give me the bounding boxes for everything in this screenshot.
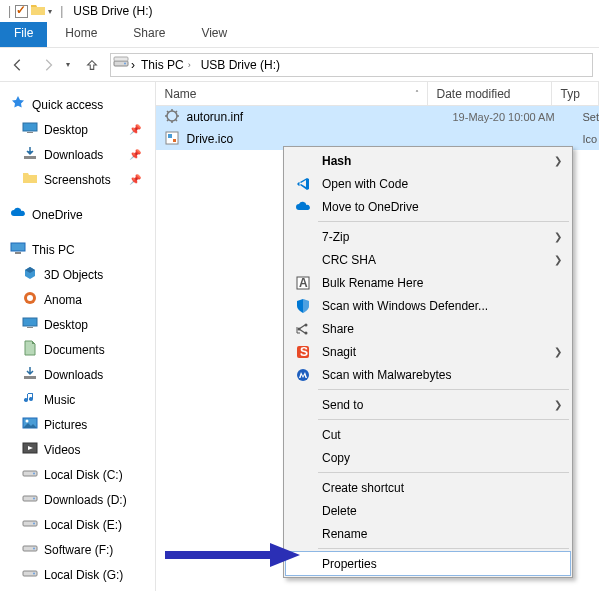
nav-music-label: Music bbox=[44, 393, 75, 407]
submenu-arrow-icon: ❯ bbox=[554, 399, 562, 410]
nav-downloads2[interactable]: Downloads bbox=[6, 362, 155, 387]
ctx-create-shortcut[interactable]: Create shortcut bbox=[286, 476, 570, 499]
navigation-bar: ▾ › This PC› USB Drive (H:) bbox=[0, 48, 599, 82]
nav-quick-access[interactable]: Quick access bbox=[6, 92, 155, 117]
back-button[interactable] bbox=[6, 53, 30, 77]
anoma-icon bbox=[22, 290, 38, 309]
submenu-arrow-icon: ❯ bbox=[554, 155, 562, 166]
svg-point-27 bbox=[33, 573, 35, 575]
nav-disk-f[interactable]: Software (F:) bbox=[6, 537, 155, 562]
ctx-snagit[interactable]: SSnagit❯ bbox=[286, 340, 570, 363]
breadcrumb-drive[interactable]: USB Drive (H:) bbox=[197, 58, 284, 72]
forward-button[interactable] bbox=[36, 53, 60, 77]
nav-desktop[interactable]: Desktop📌 bbox=[6, 117, 155, 142]
svg-rect-14 bbox=[24, 376, 36, 379]
nav-music[interactable]: Music bbox=[6, 387, 155, 412]
ctx-bulk-rename[interactable]: ABulk Rename Here bbox=[286, 271, 570, 294]
nav-screenshots[interactable]: Screenshots📌 bbox=[6, 167, 155, 192]
tab-view[interactable]: View bbox=[183, 22, 245, 47]
svg-rect-8 bbox=[11, 243, 25, 251]
menu-separator bbox=[318, 548, 569, 549]
nav-onedrive[interactable]: OneDrive bbox=[6, 202, 155, 227]
file-type: Ico bbox=[582, 133, 597, 145]
column-date-label: Date modified bbox=[436, 87, 510, 101]
ctx-onedrive-label: Move to OneDrive bbox=[322, 200, 419, 214]
ctx-send-to[interactable]: Send to❯ bbox=[286, 393, 570, 416]
svg-rect-4 bbox=[114, 57, 128, 61]
annotation-arrow bbox=[160, 540, 300, 573]
ctx-cut[interactable]: Cut bbox=[286, 423, 570, 446]
file-name: autorun.inf bbox=[186, 110, 446, 124]
nav-documents[interactable]: Documents bbox=[6, 337, 155, 362]
breadcrumb-drive-label: USB Drive (H:) bbox=[201, 58, 280, 72]
svg-rect-5 bbox=[23, 123, 37, 131]
column-name-label: Name bbox=[164, 87, 196, 101]
svg-point-3 bbox=[124, 63, 126, 65]
svg-rect-31 bbox=[173, 139, 176, 142]
breadcrumb-root-chevron[interactable]: › bbox=[131, 58, 135, 72]
shield-icon bbox=[294, 297, 312, 315]
file-name: Drive.ico bbox=[186, 132, 446, 146]
nav-disk-g[interactable]: Local Disk (G:) bbox=[6, 562, 155, 587]
sort-indicator-icon: ˄ bbox=[415, 89, 419, 98]
nav-desktop2[interactable]: Desktop bbox=[6, 312, 155, 337]
title-bar: | ▾ | USB Drive (H:) bbox=[0, 0, 599, 22]
column-type[interactable]: Typ bbox=[552, 82, 599, 105]
ctx-defender[interactable]: Scan with Windows Defender... bbox=[286, 294, 570, 317]
ctx-hash[interactable]: Hash❯ bbox=[286, 149, 570, 172]
breadcrumb-this-pc[interactable]: This PC› bbox=[137, 58, 195, 72]
history-dropdown[interactable]: ▾ bbox=[66, 60, 74, 69]
svg-rect-30 bbox=[168, 134, 172, 138]
ctx-open-code-label: Open with Code bbox=[322, 177, 408, 191]
nav-disk-d[interactable]: Downloads (D:) bbox=[6, 487, 155, 512]
ctx-bulk-label: Bulk Rename Here bbox=[322, 276, 423, 290]
menu-separator bbox=[318, 472, 569, 473]
drive-icon bbox=[22, 490, 38, 509]
tab-share[interactable]: Share bbox=[115, 22, 183, 47]
ctx-7zip[interactable]: 7-Zip❯ bbox=[286, 225, 570, 248]
qat-dropdown[interactable]: ▾ bbox=[48, 7, 56, 16]
ctx-7zip-label: 7-Zip bbox=[322, 230, 349, 244]
column-date[interactable]: Date modified bbox=[428, 82, 552, 105]
nav-downloads2-label: Downloads bbox=[44, 368, 103, 382]
nav-disk-e[interactable]: Local Disk (E:) bbox=[6, 512, 155, 537]
music-icon bbox=[22, 390, 38, 409]
qat-checkbox[interactable] bbox=[15, 5, 28, 18]
qat-separator-2: | bbox=[58, 4, 65, 18]
file-type: Set bbox=[582, 111, 599, 123]
up-button[interactable] bbox=[80, 53, 104, 77]
nav-quick-access-label: Quick access bbox=[32, 98, 103, 112]
ctx-malwarebytes[interactable]: Scan with Malwarebytes bbox=[286, 363, 570, 386]
nav-3d-objects[interactable]: 3D Objects bbox=[6, 262, 155, 287]
address-bar[interactable]: › This PC› USB Drive (H:) bbox=[110, 53, 593, 77]
downloads-icon bbox=[22, 145, 38, 164]
submenu-arrow-icon: ❯ bbox=[554, 254, 562, 265]
nav-this-pc[interactable]: This PC bbox=[6, 237, 155, 262]
folder-icon bbox=[22, 170, 38, 189]
svg-point-36 bbox=[305, 331, 308, 334]
ctx-rename[interactable]: Rename bbox=[286, 522, 570, 545]
ctx-sendto-label: Send to bbox=[322, 398, 363, 412]
objects3d-icon bbox=[22, 265, 38, 284]
nav-downloads[interactable]: Downloads📌 bbox=[6, 142, 155, 167]
nav-screenshots-label: Screenshots bbox=[44, 173, 111, 187]
nav-pictures[interactable]: Pictures bbox=[6, 412, 155, 437]
file-row[interactable]: autorun.inf 19-May-20 10:00 AM Set bbox=[156, 106, 599, 128]
nav-desktop-label: Desktop bbox=[44, 123, 88, 137]
ctx-move-onedrive[interactable]: Move to OneDrive bbox=[286, 195, 570, 218]
nav-disk-c[interactable]: Local Disk (C:) bbox=[6, 462, 155, 487]
svg-point-34 bbox=[298, 327, 301, 330]
pin-icon: 📌 bbox=[129, 124, 151, 135]
ctx-crcsha[interactable]: CRC SHA❯ bbox=[286, 248, 570, 271]
ctx-open-with-code[interactable]: Open with Code bbox=[286, 172, 570, 195]
ctx-share[interactable]: Share bbox=[286, 317, 570, 340]
ctx-properties[interactable]: Properties bbox=[286, 552, 570, 575]
ctx-delete[interactable]: Delete bbox=[286, 499, 570, 522]
tab-file[interactable]: File bbox=[0, 22, 47, 47]
ctx-copy[interactable]: Copy bbox=[286, 446, 570, 469]
nav-videos[interactable]: Videos bbox=[6, 437, 155, 462]
nav-anoma[interactable]: Anoma bbox=[6, 287, 155, 312]
tab-home[interactable]: Home bbox=[47, 22, 115, 47]
column-name[interactable]: Name˄ bbox=[156, 82, 428, 105]
malwarebytes-icon bbox=[294, 366, 312, 384]
